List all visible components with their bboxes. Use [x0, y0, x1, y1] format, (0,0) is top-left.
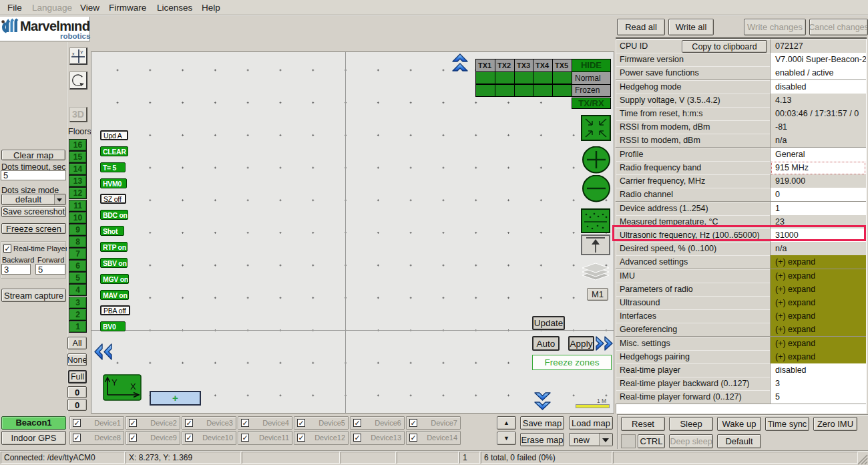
svg-text:Y: Y: [112, 377, 118, 388]
svg-text:X: X: [130, 381, 136, 392]
svg-text:x: x: [72, 51, 75, 56]
svg-text:Y: Y: [80, 50, 83, 55]
